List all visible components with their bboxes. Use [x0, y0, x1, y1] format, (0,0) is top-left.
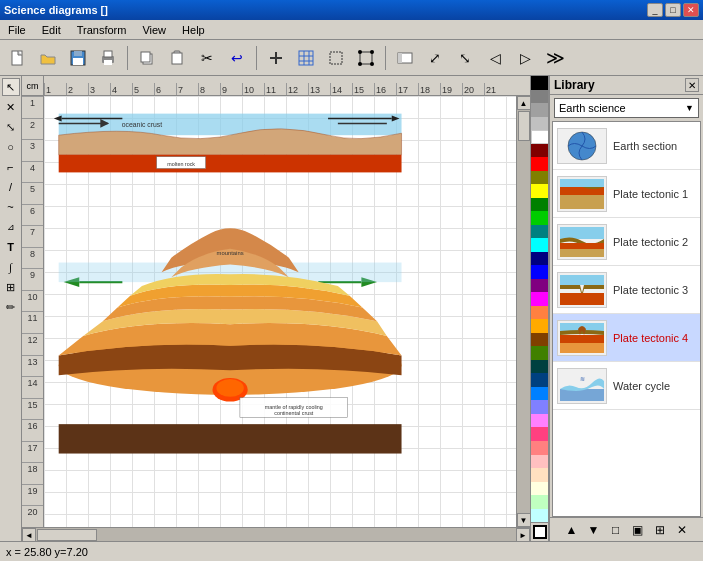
h-scroll-thumb[interactable] [37, 529, 97, 541]
color-gray[interactable] [531, 103, 549, 117]
color-lightcyan[interactable] [531, 509, 549, 523]
polygon-tool[interactable]: ⊿ [2, 218, 20, 236]
color-lightgray[interactable] [531, 117, 549, 131]
color-yellowgreen[interactable] [531, 346, 549, 360]
resize-tool[interactable]: ⤡ [2, 118, 20, 136]
nav-left[interactable]: ◁ [481, 44, 509, 72]
menu-view[interactable]: View [138, 22, 170, 38]
lib-down-icon[interactable]: ▼ [585, 521, 603, 539]
text-tool[interactable]: T [2, 238, 20, 256]
library-item-plate-tectonic-3[interactable]: Plate tectonic 3 [553, 266, 700, 314]
color-black[interactable] [531, 76, 549, 90]
library-title: Library [554, 78, 595, 92]
close-button[interactable]: ✕ [683, 3, 699, 17]
color-red[interactable] [531, 157, 549, 171]
library-item-plate-tectonic-1[interactable]: Plate tectonic 1 [553, 170, 700, 218]
scroll-thumb[interactable] [518, 111, 530, 141]
color-darkred[interactable] [531, 144, 549, 158]
library-item-earth-section[interactable]: Earth section [553, 122, 700, 170]
color-rose[interactable] [531, 427, 549, 441]
select-tool[interactable]: ↖ [2, 78, 20, 96]
lib-copy-icon[interactable]: ▣ [629, 521, 647, 539]
scroll-left-button[interactable]: ◄ [22, 528, 36, 541]
color-darkcyan[interactable] [531, 360, 549, 374]
new-button[interactable] [4, 44, 32, 72]
svg-marker-34 [54, 116, 62, 122]
lib-grid-icon[interactable]: ⊞ [651, 521, 669, 539]
color-navy[interactable] [531, 252, 549, 266]
color-brown[interactable] [531, 333, 549, 347]
ellipse-tool[interactable]: ○ [2, 138, 20, 156]
h-scroll-track[interactable] [36, 528, 516, 541]
library-item-water-cycle[interactable]: ≋ Water cycle [553, 362, 700, 410]
lib-new-icon[interactable]: □ [607, 521, 625, 539]
color-peach[interactable] [531, 455, 549, 469]
color-periwinkle[interactable] [531, 400, 549, 414]
color-salmon[interactable] [531, 441, 549, 455]
color-purple[interactable] [531, 279, 549, 293]
save-button[interactable] [64, 44, 92, 72]
menu-transform[interactable]: Transform [73, 22, 131, 38]
nav-right[interactable]: ▷ [511, 44, 539, 72]
drawing-canvas[interactable]: oceanic crust molten rock [44, 96, 516, 527]
color-teal[interactable] [531, 225, 549, 239]
library-close-button[interactable]: ✕ [685, 78, 699, 92]
menu-edit[interactable]: Edit [38, 22, 65, 38]
color-darkgreen[interactable] [531, 198, 549, 212]
scroll-right-button[interactable]: ► [516, 528, 530, 541]
color-blue[interactable] [531, 265, 549, 279]
menu-help[interactable]: Help [178, 22, 209, 38]
grid-button[interactable] [292, 44, 320, 72]
lib-up-icon[interactable]: ▲ [563, 521, 581, 539]
color-pink[interactable] [531, 414, 549, 428]
line-tool[interactable]: / [2, 178, 20, 196]
color-yellow[interactable] [531, 184, 549, 198]
color-bisque[interactable] [531, 468, 549, 482]
undo-button[interactable]: ↩ [223, 44, 251, 72]
cut-button[interactable]: ✂ [193, 44, 221, 72]
rotate-button[interactable] [352, 44, 380, 72]
copy-button[interactable] [133, 44, 161, 72]
pointer-tool[interactable]: ✕ [2, 98, 20, 116]
nav-more[interactable]: ≫ [541, 44, 569, 72]
print-button[interactable] [94, 44, 122, 72]
maximize-button[interactable]: □ [665, 3, 681, 17]
grid-tool[interactable]: ⊞ [2, 278, 20, 296]
rect-tool[interactable]: ⌐ [2, 158, 20, 176]
select-button[interactable] [322, 44, 350, 72]
lib-delete-icon[interactable]: ✕ [673, 521, 691, 539]
svg-rect-53 [560, 179, 604, 187]
color-darkblue[interactable] [531, 373, 549, 387]
curve-tool[interactable]: ~ [2, 198, 20, 216]
color-amber[interactable] [531, 319, 549, 333]
title-bar-buttons[interactable]: _ □ ✕ [647, 3, 699, 17]
menu-file[interactable]: File [4, 22, 30, 38]
bezier-tool[interactable]: ∫ [2, 258, 20, 276]
color-white[interactable] [531, 130, 549, 144]
fit-button[interactable]: ⤡ [451, 44, 479, 72]
zoom-out-button[interactable]: ⤢ [421, 44, 449, 72]
color-skyblue[interactable] [531, 387, 549, 401]
minimize-button[interactable]: _ [647, 3, 663, 17]
scroll-up-button[interactable]: ▲ [517, 96, 531, 110]
paste-button[interactable] [163, 44, 191, 72]
library-item-plate-tectonic-2[interactable]: Plate tectonic 2 [553, 218, 700, 266]
scroll-down-button[interactable]: ▼ [517, 513, 531, 527]
color-olive[interactable] [531, 171, 549, 185]
library-category-dropdown[interactable]: Earth science ▼ [554, 98, 699, 118]
scroll-track[interactable] [517, 110, 531, 513]
library-item-plate-tectonic-4[interactable]: Plate tectonic 4 [553, 314, 700, 362]
color-darkgray[interactable] [531, 90, 549, 104]
color-honeydew[interactable] [531, 495, 549, 509]
color-orange[interactable] [531, 306, 549, 320]
color-green[interactable] [531, 211, 549, 225]
color-lightyellow[interactable] [531, 482, 549, 496]
current-colors[interactable] [533, 525, 547, 539]
add-button[interactable] [262, 44, 290, 72]
zoom-in-button[interactable] [391, 44, 419, 72]
color-magenta[interactable] [531, 292, 549, 306]
color-cyan[interactable] [531, 238, 549, 252]
dropper-tool[interactable]: ✏ [2, 298, 20, 316]
vertical-scrollbar[interactable]: ▲ ▼ [516, 96, 530, 527]
open-button[interactable] [34, 44, 62, 72]
